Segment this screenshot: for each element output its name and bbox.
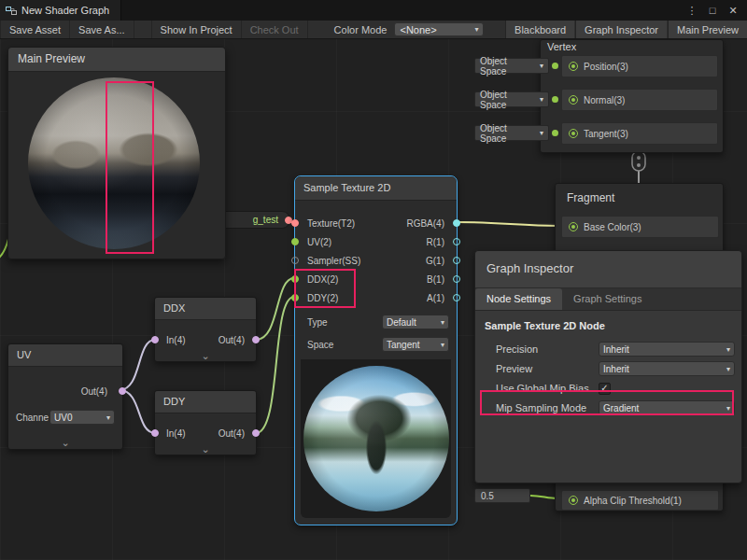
rgba-output-row[interactable]: RGBA(4) — [389, 215, 457, 231]
alpha-clip-default-stub[interactable]: 0.5 — [474, 488, 530, 503]
vertex-position-row[interactable]: Position(3) — [561, 55, 718, 77]
vertex-normal-row[interactable]: Normal(3) — [561, 89, 718, 111]
r-output-row[interactable]: R(1) — [389, 233, 457, 250]
a-output-row[interactable]: A(1) — [389, 289, 457, 306]
mip-sampling-mode-dropdown[interactable]: Gradient ▾ — [599, 400, 735, 415]
collapse-chevron-icon[interactable]: ⌄ — [201, 444, 209, 454]
collapse-chevron-icon[interactable]: ⌄ — [61, 438, 69, 447]
toolbar: Save Asset Save As... Show In Project Ch… — [0, 21, 747, 39]
sampler-input-row[interactable]: Sampler(SS) — [295, 252, 388, 269]
save-as-button[interactable]: Save As... — [70, 21, 134, 38]
gtest-property-node[interactable]: g_test — [216, 211, 290, 229]
dropdown-arrow-icon: ▾ — [726, 404, 730, 413]
tangent-port[interactable] — [552, 130, 558, 136]
color-mode-dropdown[interactable]: <None> ▾ — [394, 22, 484, 36]
maximize-icon[interactable]: □ — [704, 5, 721, 16]
channel-dropdown[interactable]: UV0 ▾ — [49, 410, 115, 425]
tangent-space-dropdown[interactable]: Object Space ▾ — [474, 125, 549, 141]
port-state-icon — [569, 129, 578, 138]
precision-label: Precision — [496, 343, 538, 355]
uv-port[interactable] — [291, 238, 299, 245]
rgba-port[interactable] — [453, 219, 460, 227]
b-port[interactable] — [453, 275, 460, 283]
show-in-project-button[interactable]: Show In Project — [151, 21, 242, 38]
tab-graph-settings[interactable]: Graph Settings — [562, 288, 653, 310]
dropdown-arrow-icon: ▾ — [540, 95, 543, 104]
mip-mode-row: Mip Sampling Mode Gradient ▾ — [475, 399, 741, 416]
vertex-node[interactable]: Vertex Position(3) Normal(3) Tangent(3) — [540, 39, 724, 153]
ddy-in-port[interactable] — [151, 429, 159, 437]
graph-inspector-header[interactable]: Graph Inspector — [475, 251, 741, 288]
sample-texture-2d-node[interactable]: Sample Texture 2D Texture(T2) UV(2) Samp… — [294, 175, 458, 525]
port-state-icon — [569, 62, 578, 71]
ddy-out-row[interactable]: Out(4) — [218, 428, 245, 439]
uv-out-port[interactable] — [119, 387, 126, 395]
b-output-row[interactable]: B(1) — [389, 271, 457, 287]
blackboard-button[interactable]: Blackboard — [505, 21, 574, 38]
vertex-tangent-row[interactable]: Tangent(3) — [561, 122, 718, 145]
precision-dropdown[interactable]: Inherit ▾ — [599, 342, 735, 357]
uv-node[interactable]: UV Out(4) Channe UV0 ▾ ⌄ — [7, 343, 123, 450]
vertex-normal-label: Normal(3) — [584, 95, 625, 105]
uv-node-title[interactable]: UV — [8, 344, 122, 367]
position-space-dropdown[interactable]: Object Space ▾ — [474, 58, 549, 74]
normal-port[interactable] — [552, 96, 558, 103]
tab-node-settings[interactable]: Node Settings — [475, 288, 562, 310]
ddx-in-port[interactable] — [151, 336, 159, 343]
dropdown-arrow-icon: ▾ — [726, 365, 730, 373]
uv-input-row[interactable]: UV(2) — [295, 233, 388, 250]
stub-value: 0.5 — [481, 491, 494, 501]
ddx-node-title[interactable]: DDX — [155, 298, 256, 320]
r-port[interactable] — [453, 238, 460, 245]
use-global-mip-bias-checkbox[interactable]: ✓ — [599, 383, 611, 395]
ddx-out-row[interactable]: Out(4) — [218, 335, 245, 345]
mip-mode-label: Mip Sampling Mode — [496, 402, 586, 413]
toolbar-right-group: Blackboard Graph Inspector Main Preview — [504, 21, 747, 38]
port-state-icon — [569, 222, 578, 231]
type-dropdown[interactable]: Default ▾ — [382, 315, 449, 329]
close-icon[interactable]: ✕ — [725, 5, 741, 17]
ddx-out-port[interactable] — [252, 336, 260, 343]
main-preview-button[interactable]: Main Preview — [668, 21, 747, 38]
main-preview-panel: Main Preview — [7, 47, 226, 259]
ddx-input-row[interactable]: DDX(2) — [295, 271, 388, 287]
ddy-node-title[interactable]: DDY — [155, 391, 256, 413]
preview-label: Preview — [496, 363, 532, 374]
ddy-node[interactable]: DDY In(4) Out(4) ⌄ — [154, 390, 257, 455]
ddy-out-port[interactable] — [252, 429, 260, 437]
alpha-clip-row[interactable]: Alpha Clip Threshold(1) — [561, 490, 719, 511]
save-asset-button[interactable]: Save Asset — [0, 21, 70, 38]
g-output-row[interactable]: G(1) — [389, 252, 457, 269]
g-port[interactable] — [453, 257, 460, 264]
document-tab[interactable]: New Shader Graph — [0, 0, 121, 21]
ddy-input-row[interactable]: DDY(2) — [295, 289, 388, 306]
normal-space-dropdown[interactable]: Object Space ▾ — [474, 91, 549, 107]
base-color-row[interactable]: Base Color(3) — [561, 216, 719, 238]
sample-node-title[interactable]: Sample Texture 2D — [295, 176, 457, 201]
preview-row: Preview Inherit ▾ — [475, 360, 741, 377]
sampler-port[interactable] — [291, 257, 299, 264]
a-port[interactable] — [453, 294, 460, 301]
texture-port[interactable] — [291, 219, 299, 227]
ddx-port[interactable] — [291, 275, 299, 283]
ddx-in-row[interactable]: In(4) — [166, 335, 186, 345]
ddy-in-row[interactable]: In(4) — [166, 428, 186, 439]
mip-bias-row: Use Global Mip Bias ✓ — [475, 380, 741, 397]
fragment-node-title: Fragment — [567, 191, 614, 204]
menu-icon[interactable]: ⋮ — [684, 5, 700, 17]
ddx-node[interactable]: DDX In(4) Out(4) ⌄ — [154, 297, 257, 362]
preview-dropdown[interactable]: Inherit ▾ — [599, 361, 735, 376]
ddy-port[interactable] — [291, 294, 299, 301]
graph-inspector-button[interactable]: Graph Inspector — [575, 21, 667, 38]
space-label: Space — [307, 336, 333, 353]
port-state-icon — [569, 496, 578, 505]
vertex-node-title: Vertex — [547, 41, 576, 52]
vertex-position-label: Position(3) — [584, 62, 628, 72]
collapse-chevron-icon[interactable]: ⌄ — [201, 351, 209, 360]
uv-out-row[interactable]: Out(4) — [8, 380, 122, 402]
main-preview-header[interactable]: Main Preview — [8, 48, 225, 72]
check-out-button: Check Out — [242, 21, 308, 38]
texture-input-row[interactable]: Texture(T2) — [295, 215, 388, 231]
position-port[interactable] — [552, 63, 558, 69]
space-dropdown[interactable]: Tangent ▾ — [382, 337, 449, 352]
